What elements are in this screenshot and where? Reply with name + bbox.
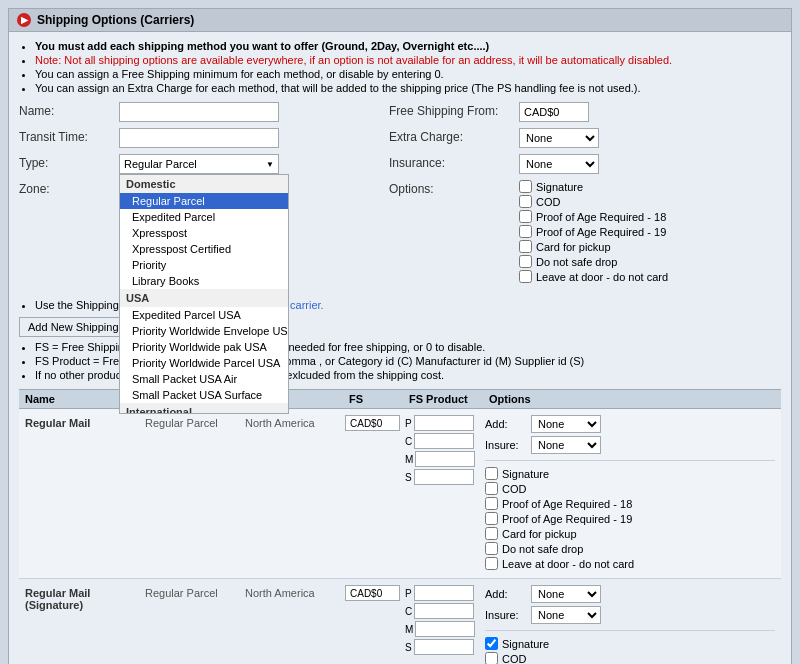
opt-proof18-label: Proof of Age Required - 18 — [536, 211, 666, 223]
row1-card-pickup-check[interactable] — [485, 527, 498, 540]
row1-card-pickup-label: Card for pickup — [502, 528, 577, 540]
bullet-fs-product: FS Product = Free Product ids (P) separa… — [35, 355, 584, 367]
opt-leave-at-door-row: Leave at door - do not card — [519, 270, 668, 283]
insurance-label: Insurance: — [389, 154, 519, 170]
row2-pcms: P C M S — [405, 585, 485, 655]
row2-p-input[interactable] — [414, 585, 474, 601]
row2-fs-input[interactable] — [345, 585, 400, 601]
panel-header: ▶ Shipping Options (Carriers) — [9, 9, 791, 32]
row1-c-input[interactable] — [414, 433, 474, 449]
row1-options: Add: None Insure: None — [485, 415, 775, 572]
dropdown-item-expedited-parcel[interactable]: Expedited Parcel — [120, 209, 288, 225]
right-column: Free Shipping From: Extra Charge: None — [379, 102, 781, 291]
row1-fs-input[interactable] — [345, 415, 400, 431]
dropdown-item-priority-pak-usa[interactable]: Priority Worldwide pak USA — [120, 339, 288, 355]
row1-s-label: S — [405, 472, 412, 483]
dropdown-item-regular-parcel[interactable]: Regular Parcel — [120, 193, 288, 209]
table-row: Regular Mail Regular Parcel North Americ… — [19, 409, 781, 579]
opt-cod-checkbox[interactable] — [519, 195, 532, 208]
row1-signature-check[interactable] — [485, 467, 498, 480]
row2-s-input[interactable] — [414, 639, 474, 655]
row2-signature-check[interactable] — [485, 637, 498, 650]
row1-p-input[interactable] — [414, 415, 474, 431]
info-section: You must add each shipping method you wa… — [19, 40, 781, 94]
opt-no-safe-drop-row: Do not safe drop — [519, 255, 668, 268]
insurance-select[interactable]: None — [519, 154, 599, 174]
row1-leave-at-door-check[interactable] — [485, 557, 498, 570]
opt-no-safe-drop-checkbox[interactable] — [519, 255, 532, 268]
name-input[interactable] — [119, 102, 279, 122]
insurance-row: Insurance: None — [389, 154, 781, 174]
table-row: Regular Mail (Signature) Regular Parcel … — [19, 579, 781, 664]
row1-p-row: P — [405, 415, 485, 431]
opt-card-pickup-checkbox[interactable] — [519, 240, 532, 253]
row1-proof19-label: Proof of Age Required - 19 — [502, 513, 632, 525]
row1-m-row: M — [405, 451, 485, 467]
free-shipping-input[interactable] — [519, 102, 589, 122]
opt-card-pickup-row: Card for pickup — [519, 240, 668, 253]
row1-opt-proof18: Proof of Age Required - 18 — [485, 497, 775, 510]
extra-charge-row: Extra Charge: None — [389, 128, 781, 148]
row2-opt-signature: Signature — [485, 637, 775, 650]
dropdown-item-expedited-parcel-usa[interactable]: Expedited Parcel USA — [120, 307, 288, 323]
zone-label: Zone: — [19, 180, 119, 196]
opt-cod-label: COD — [536, 196, 560, 208]
opt-signature-checkbox[interactable] — [519, 180, 532, 193]
name-label: Name: — [19, 102, 119, 118]
dropdown-item-priority-envelope-usa[interactable]: Priority Worldwide Envelope USA — [120, 323, 288, 339]
dropdown-item-xpresspost-certified[interactable]: Xpresspost Certified — [120, 241, 288, 257]
row2-s-row: S — [405, 639, 485, 655]
opt-proof19-label: Proof of Age Required - 19 — [536, 226, 666, 238]
info-line2: Note: Not all shipping options are avail… — [35, 54, 672, 66]
options-checkboxes-area: Signature COD Proof of Age Required - 18 — [519, 180, 668, 285]
dropdown-item-priority[interactable]: Priority — [120, 257, 288, 273]
row1-main: Regular Mail Regular Parcel North Americ… — [25, 415, 775, 572]
opt-cod-row: COD — [519, 195, 668, 208]
left-column: Name: Transit Time: Type: — [19, 102, 379, 291]
row1-insure-row: Insure: None — [485, 436, 775, 454]
type-dropdown-container: Regular Parcel ▼ Domestic Regular Parcel… — [119, 154, 379, 174]
row2-insure-label: Insure: — [485, 609, 525, 621]
dropdown-item-priority-parcel-usa[interactable]: Priority Worldwide Parcel USA — [120, 355, 288, 371]
transit-row: Transit Time: — [19, 128, 379, 148]
dropdown-item-small-packet-surface[interactable]: Small Packet USA Surface — [120, 387, 288, 403]
row1-no-safe-drop-check[interactable] — [485, 542, 498, 555]
row1-cod-check[interactable] — [485, 482, 498, 495]
options-row: Options: Signature COD Proof of Age R — [389, 180, 781, 285]
opt-signature-label: Signature — [536, 181, 583, 193]
opt-no-safe-drop-label: Do not safe drop — [536, 256, 617, 268]
extra-charge-select[interactable]: None — [519, 128, 599, 148]
opt-proof19-checkbox[interactable] — [519, 225, 532, 238]
dropdown-item-xpresspost[interactable]: Xpresspost — [120, 225, 288, 241]
row1-add-select[interactable]: None — [531, 415, 601, 433]
row1-insure-select[interactable]: None — [531, 436, 601, 454]
opt-leave-at-door-checkbox[interactable] — [519, 270, 532, 283]
row1-m-input[interactable] — [415, 451, 475, 467]
row1-no-safe-drop-label: Do not safe drop — [502, 543, 583, 555]
row1-c-label: C — [405, 436, 412, 447]
dropdown-item-small-packet-air[interactable]: Small Packet USA Air — [120, 371, 288, 387]
row2-p-row: P — [405, 585, 485, 601]
opt-proof18-checkbox[interactable] — [519, 210, 532, 223]
row2-add-select[interactable]: None — [531, 585, 601, 603]
row2-c-input[interactable] — [414, 603, 474, 619]
transit-input[interactable] — [119, 128, 279, 148]
row2-insure-select[interactable]: None — [531, 606, 601, 624]
row1-proof19-check[interactable] — [485, 512, 498, 525]
insurance-value-area: None — [519, 154, 599, 174]
row2-m-input[interactable] — [415, 621, 475, 637]
type-field-area: Regular Parcel ▼ Domestic Regular Parcel… — [119, 154, 379, 174]
dropdown-item-library-books[interactable]: Library Books — [120, 273, 288, 289]
th-fsprod: FS Product — [405, 393, 485, 405]
row1-proof18-check[interactable] — [485, 497, 498, 510]
type-select[interactable]: Regular Parcel ▼ — [119, 154, 279, 174]
opt-leave-at-door-label: Leave at door - do not card — [536, 271, 668, 283]
panel-icon: ▶ — [17, 13, 31, 27]
row1-divider — [485, 460, 775, 461]
row2-cod-check[interactable] — [485, 652, 498, 664]
row1-signature-label: Signature — [502, 468, 549, 480]
row1-s-input[interactable] — [414, 469, 474, 485]
th-options: Options — [485, 393, 775, 405]
row1-cod-label: COD — [502, 483, 526, 495]
row2-options: Add: None Insure: None — [485, 585, 775, 664]
